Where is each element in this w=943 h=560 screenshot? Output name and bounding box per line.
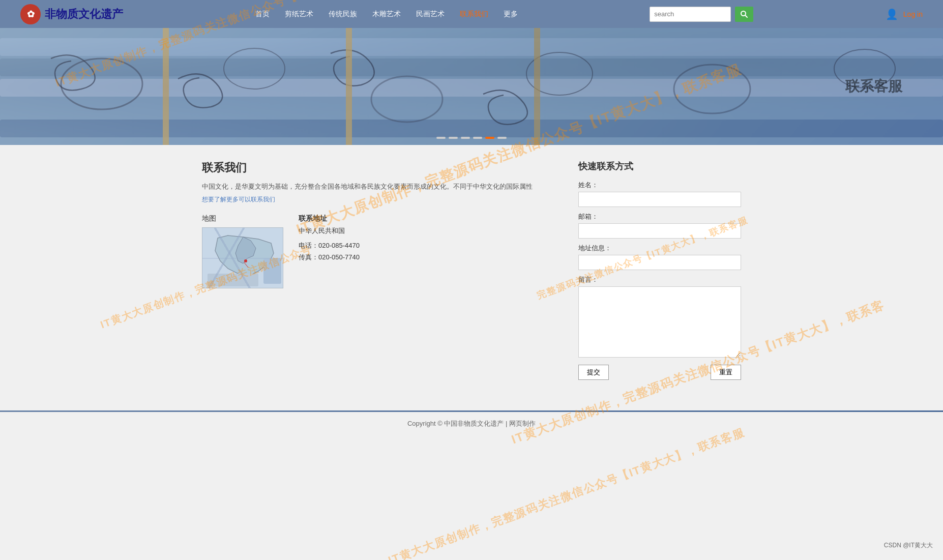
- header: ✿ 非物质文化遗产 首页 剪纸艺术 传统民族 木雕艺术 民画艺术 联系我们 更多…: [0, 0, 943, 28]
- address-country: 中华人民共和国: [299, 226, 360, 235]
- hero-dot-1[interactable]: [436, 137, 446, 139]
- reset-button[interactable]: 重置: [711, 365, 741, 380]
- logo-area: ✿ 非物质文化遗产: [20, 4, 123, 24]
- footer-copyright: Copyright © 中国非物质文化遗产 | 网页制作: [0, 419, 943, 428]
- content-wrapper: 联系我们 中国文化，是华夏文明为基础，充分整合全国各地域和各民族文化要素而形成的…: [192, 160, 751, 380]
- svg-rect-20: [208, 274, 258, 286]
- hero-service-text: 联系客服: [845, 77, 902, 96]
- phone2: 传真：020-050-7740: [299, 251, 360, 263]
- contact-link[interactable]: 想要了解更多可以联系我们: [202, 196, 275, 203]
- address-info-label: 地址信息：: [578, 244, 741, 253]
- address-input[interactable]: [578, 255, 741, 270]
- hero-banner: 联系客服: [0, 28, 943, 145]
- logo-text: 非物质文化遗产: [45, 7, 123, 22]
- map-box: [202, 227, 283, 288]
- login-text[interactable]: Log in: [903, 10, 923, 18]
- address-phone: 电话：020-085-4470 传真：020-050-7740: [299, 240, 360, 263]
- hero-overlay: 联系客服: [0, 28, 943, 145]
- left-section: 联系我们 中国文化，是华夏文明为基础，充分整合全国各地域和各民族文化要素而形成的…: [202, 160, 558, 380]
- contact-title: 联系我们: [202, 160, 558, 175]
- logo-icon: ✿: [20, 4, 41, 24]
- map-inner: [202, 228, 283, 288]
- hero-dot-5[interactable]: [485, 137, 494, 139]
- nav-item-papercut[interactable]: 剪纸艺术: [285, 10, 313, 19]
- search-input[interactable]: [650, 7, 731, 22]
- nav-item-contact[interactable]: 联系我们: [460, 10, 488, 19]
- main-content: 联系我们 中国文化，是华夏文明为基础，充分整合全国各地域和各民族文化要素而形成的…: [0, 145, 943, 395]
- email-input[interactable]: [578, 223, 741, 239]
- map-section: 地图: [202, 214, 283, 288]
- svg-rect-19: [263, 258, 281, 284]
- search-area: [650, 7, 753, 22]
- search-button[interactable]: [735, 7, 753, 22]
- hero-dots: [436, 137, 507, 139]
- message-field-group: 留言：: [578, 275, 741, 360]
- address-section: 联系地址 中华人民共和国 电话：020-085-4470 传真：020-050-…: [299, 214, 360, 288]
- map-svg: [202, 228, 283, 288]
- hero-dot-3[interactable]: [461, 137, 470, 139]
- nav-item-folkart[interactable]: 民画艺术: [416, 10, 445, 19]
- main-nav: 首页 剪纸艺术 传统民族 木雕艺术 民画艺术 联系我们 更多: [255, 10, 518, 19]
- nav-item-woodcarving[interactable]: 木雕艺术: [372, 10, 401, 19]
- name-label: 姓名：: [578, 181, 741, 190]
- quick-contact-section: 快速联系方式 姓名： 邮箱： 地址信息： 留言： 提交 重置: [578, 160, 741, 380]
- name-input[interactable]: [578, 192, 741, 207]
- message-label: 留言：: [578, 275, 741, 284]
- svg-line-1: [745, 15, 747, 17]
- submit-button[interactable]: 提交: [578, 365, 609, 380]
- hero-dot-6[interactable]: [497, 137, 507, 139]
- map-address-section: 地图: [202, 214, 558, 288]
- user-area[interactable]: 👤 Log in: [886, 8, 923, 20]
- hero-dot-4[interactable]: [473, 137, 482, 139]
- form-buttons: 提交 重置: [578, 365, 741, 380]
- email-field-group: 邮箱：: [578, 212, 741, 239]
- user-icon: 👤: [886, 8, 898, 20]
- svg-point-18: [244, 259, 247, 262]
- phone1: 电话：020-085-4470: [299, 240, 360, 251]
- message-textarea[interactable]: [578, 286, 741, 358]
- map-label: 地图: [202, 214, 283, 223]
- nav-item-more[interactable]: 更多: [504, 10, 518, 19]
- nav-item-home[interactable]: 首页: [255, 10, 270, 19]
- footer: Copyright © 中国非物质文化遗产 | 网页制作: [0, 412, 943, 435]
- name-field-group: 姓名：: [578, 181, 741, 207]
- address-field-group: 地址信息：: [578, 244, 741, 270]
- search-icon: [740, 10, 748, 18]
- email-label: 邮箱：: [578, 212, 741, 221]
- address-title: 联系地址: [299, 214, 360, 223]
- quick-contact-title: 快速联系方式: [578, 160, 741, 172]
- nav-item-ethnic[interactable]: 传统民族: [329, 10, 357, 19]
- contact-description: 中国文化，是华夏文明为基础，充分整合全国各地域和各民族文化要素而形成的文化。不同…: [202, 182, 558, 192]
- hero-dot-2[interactable]: [449, 137, 458, 139]
- svg-rect-17: [202, 228, 283, 288]
